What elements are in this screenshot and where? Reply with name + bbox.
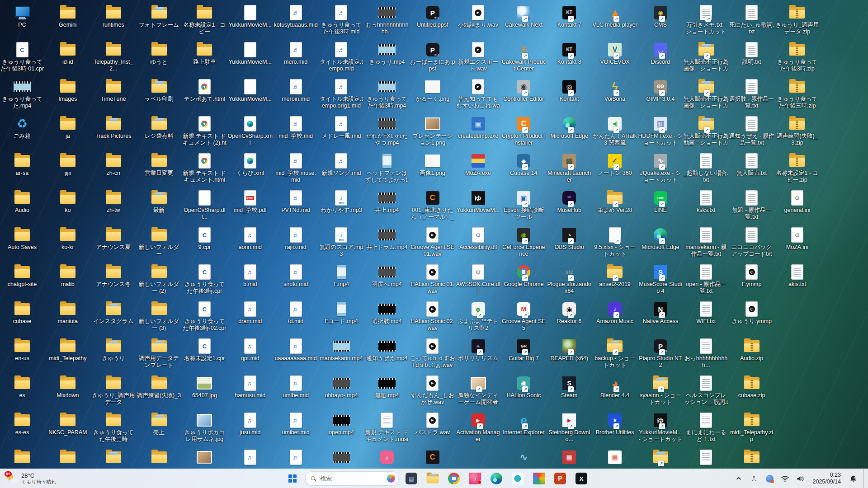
desktop-icon[interactable]: NKSC_PARAM — [45, 412, 90, 436]
desktop-icon[interactable]: Cきゅうり食ってた午後3時-01.cpr — [0, 42, 45, 72]
desktop-icon[interactable]: M↗Groove Agent SE 5 — [501, 301, 546, 332]
desktop-icon[interactable]: S↗Steam — [547, 375, 592, 399]
desktop-icon[interactable]: midi_Telepathy.zip — [729, 412, 774, 443]
desktop-icon[interactable]: きゅうりボカコレ用サムネ.jpg — [182, 412, 227, 443]
desktop-icon[interactable]: ↗無人販売不正行為画像 - ショートカッ... — [684, 42, 729, 73]
desktop-icon[interactable]: ♬dram.mid — [227, 301, 273, 325]
desktop-icon[interactable]: YukkuriMovieM... — [227, 79, 273, 103]
desktop-icon[interactable]: ◀)↗かんたん！AITalk 3 関西風 — [592, 116, 637, 146]
desktop-icon[interactable]: 通知うぜえ - 親作品一覧.txt — [729, 116, 774, 146]
desktop-icon[interactable]: Mixdown — [45, 375, 90, 399]
desktop-icon[interactable]: ラベル印刷 — [137, 79, 182, 103]
desktop-icon[interactable]: ♬b.mid — [227, 264, 273, 288]
desktop-icon[interactable]: きゅうり食ってた.mp4 — [0, 79, 45, 109]
desktop-icon[interactable]: ʘʘ↗GIMP 3.0.4 — [638, 79, 683, 103]
desktop-icon[interactable]: PDFmid_学校.pdf — [227, 190, 273, 214]
desktop-icon[interactable]: ∿ — [501, 449, 546, 466]
desktop-icon[interactable]: 無題.mp4 — [364, 375, 410, 399]
desktop-icon[interactable]: 名称未設定1 - コピー.zip — [774, 153, 820, 183]
desktop-icon[interactable]: ∿↗JQuake.exe - ショートカット — [638, 153, 683, 183]
desktop-icon[interactable]: ★↗Brother Utilities — [592, 412, 637, 436]
desktop-icon[interactable] — [91, 449, 136, 466]
desktop-icon[interactable]: ↗REAPER (x64) — [547, 338, 592, 362]
wifi-icon[interactable] — [777, 471, 793, 486]
desktop-icon[interactable]: ↗無人販売不正行為動画 - ショートカット — [684, 116, 729, 147]
desktop-icon[interactable]: ⚙general.ini — [774, 190, 820, 214]
taskbar-app-browser-ball[interactable] — [530, 470, 547, 487]
desktop-icon[interactable] — [182, 449, 227, 466]
desktop-icon[interactable]: 選択肢.mp4 — [364, 301, 410, 325]
desktop-icon[interactable]: おっhhhhhhhhhhhh... — [364, 5, 410, 35]
desktop-icon[interactable]: Fコード.mp4 — [319, 301, 364, 325]
desktop-icon[interactable]: ar-sa — [0, 153, 45, 177]
accessibility-icon[interactable] — [746, 471, 762, 486]
weather-widget[interactable]: 9+ 28°C くもり時々晴れ — [3, 469, 60, 488]
desktop-icon[interactable]: ◆↗Cubase 14 — [501, 153, 546, 177]
desktop-icon[interactable]: _起動しない場合.txt — [684, 153, 729, 183]
desktop-icon[interactable]: 営業日変更 — [137, 153, 182, 177]
desktop-icon[interactable]: Auto Saves — [0, 227, 45, 251]
desktop-icon[interactable]: ☻↗ぷよぷよ™テトリス® 2 — [456, 301, 501, 332]
desktop-icon[interactable]: 路上駐車 — [182, 42, 227, 66]
desktop-icon[interactable]: テンポあて.html — [182, 79, 227, 103]
tray-sphere-icon[interactable] — [762, 471, 777, 486]
desktop-icon[interactable]: きゅうり食ってた午後3時.mp4 — [364, 79, 410, 109]
desktop-icon[interactable]: S↗MuseScore Studio 4 — [638, 264, 683, 295]
desktop-icon[interactable]: 調声練習(失敗)_3 — [137, 375, 182, 399]
desktop-icon[interactable]: ja — [45, 116, 90, 140]
desktop-icon[interactable] — [137, 449, 182, 466]
volume-icon[interactable] — [793, 471, 808, 486]
desktop-icon[interactable] — [319, 449, 364, 466]
desktop-icon[interactable]: ◉↗Controller Editor — [501, 79, 546, 103]
desktop-icon[interactable]: ↗Microsoft Edge — [547, 116, 592, 140]
desktop-icon[interactable]: ≡↗MuseHub — [547, 190, 592, 214]
desktop-icon[interactable]: id-id — [45, 42, 90, 66]
desktop-icon[interactable]: V↗VOICEVOX — [592, 42, 637, 66]
desktop-icon[interactable]: きゅうり_調声用データ — [91, 375, 136, 406]
desktop-icon[interactable]: 調声練習(失敗)_3.zip — [774, 116, 820, 146]
desktop-icon[interactable]: open.mp4 — [319, 412, 364, 436]
desktop-icon[interactable]: KT↗Kontakt 8 — [547, 42, 592, 66]
desktop-icon[interactable]: ♬ — [227, 449, 273, 466]
desktop-icon[interactable]: ↗9.5.xlsx - ショートカット — [592, 227, 637, 258]
taskbar-app-music-app[interactable]: ♪ — [467, 470, 484, 487]
desktop-icon[interactable]: ♬sirofo.mid — [273, 264, 318, 288]
desktop-icon[interactable]: zh-tw — [91, 190, 136, 214]
desktop-icon[interactable]: ▶こってゅh ｄすおf d s b ぶぁ.wav — [410, 338, 455, 369]
desktop-icon[interactable]: 新規 テキスト ドキュメント (2).html — [182, 116, 227, 147]
desktop-icon[interactable]: 調声用データテンプレート — [137, 338, 182, 369]
desktop-icon[interactable]: PC — [0, 5, 45, 28]
desktop-icon[interactable]: ♬hamusu.mid — [227, 375, 273, 399]
desktop-icon[interactable]: ♬uaaaaaaaaa.mid — [273, 338, 318, 362]
desktop-icon[interactable]: ♬ — [273, 449, 318, 466]
desktop-icon[interactable]: ♬PVTNd.mid — [273, 190, 318, 214]
desktop-icon[interactable]: sfz↗Plogue sforzando x64 — [547, 264, 592, 295]
desktop-icon[interactable]: ▩↗Minecraft Launcher — [547, 153, 592, 183]
desktop-icon[interactable]: WIFI.txt — [684, 301, 729, 325]
desktop-icon[interactable]: ↗孤独なインディーゲーム開発者の一生 ... — [456, 375, 501, 406]
desktop-icon[interactable]: ♬aorin.mid — [227, 227, 273, 251]
desktop-icon[interactable]: ♬kotusytuaaus.mid — [273, 5, 318, 28]
desktop-icon[interactable]: ko-kr — [45, 227, 90, 251]
notification-bell-icon[interactable]: z — [845, 471, 861, 486]
desktop[interactable]: PCGeminiruntimesフォトフレーム名称未設定1 - コピーYukku… — [0, 0, 868, 488]
desktop-icon[interactable]: ◕↗Blender 4.4 — [592, 375, 637, 399]
desktop-icon[interactable]: 新しいフォルダー — [137, 227, 182, 258]
desktop-icon[interactable]: Cきゅうり食ってた午後3時-02.cpr — [182, 301, 227, 332]
desktop-icon[interactable]: きゅうり.mp4 — [364, 42, 410, 66]
desktop-icon[interactable]: manisekarin.mp4 — [319, 338, 364, 362]
desktop-icon[interactable]: 新しいフォルダー (3) — [137, 301, 182, 332]
desktop-icon[interactable]: ▣↗Epson 接続診断ツール — [501, 190, 546, 221]
desktop-icon[interactable]: ♬td.mid — [273, 301, 318, 325]
desktop-icon[interactable]: かるーく.png — [410, 79, 455, 103]
desktop-icon[interactable]: ♬タイトル未設定.tempo.mid — [319, 42, 364, 72]
desktop-icon[interactable]: runtimes — [91, 5, 136, 28]
desktop-icon[interactable]: きゅうり_調声用データ.zip — [774, 5, 820, 35]
desktop-icon[interactable]: open - 親作品一覧.txt — [684, 264, 729, 295]
desktop-icon[interactable]: 通知うぜえ.mp4 — [364, 338, 410, 362]
desktop-icon[interactable]: アナウンス夏 — [91, 227, 136, 251]
desktop-icon[interactable]: ゆきゅうり.ymmp — [729, 301, 774, 325]
desktop-icon[interactable]: GR↗Guitar Rig 7 — [501, 338, 546, 362]
taskbar-app-microsoft-edge[interactable] — [488, 470, 505, 487]
desktop-icon[interactable]: ▶新規エクスポート.wav — [456, 42, 501, 72]
